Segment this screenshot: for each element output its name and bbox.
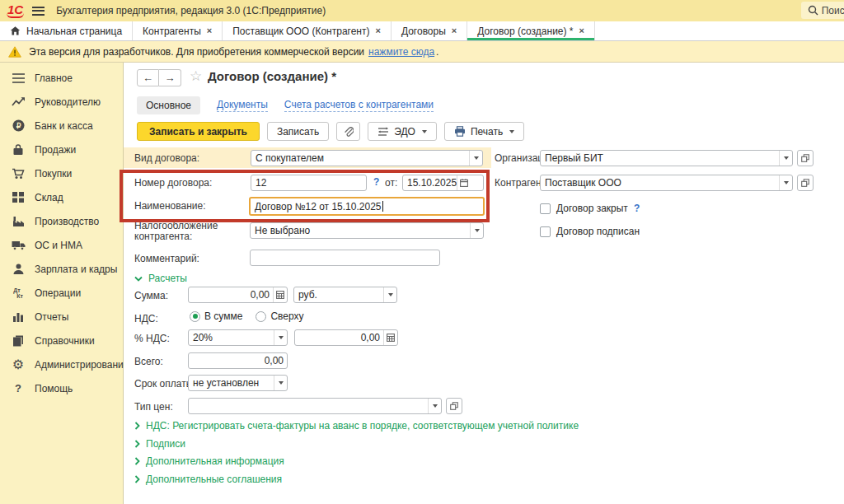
sidebar-item-label: Администрирование bbox=[35, 359, 129, 371]
dev-version-warning: Эта версия для разработчиков. Для приобр… bbox=[0, 41, 844, 63]
sidebar-item-spravochniki[interactable]: Справочники bbox=[0, 329, 123, 352]
expander-dop-informaciya[interactable]: Дополнительная информация bbox=[134, 455, 284, 467]
close-icon[interactable]: × bbox=[579, 26, 584, 35]
tab-postavshchik[interactable]: Поставщик ООО (Контрагент) × bbox=[223, 21, 392, 40]
expander-dop-soglasheniya[interactable]: Дополнительные соглашения bbox=[134, 474, 282, 485]
close-icon[interactable]: × bbox=[452, 26, 457, 35]
chevron-down-icon[interactable] bbox=[469, 151, 482, 166]
contract-number-input[interactable]: 12 bbox=[251, 175, 367, 191]
tab-dokumenty[interactable]: Документы bbox=[217, 99, 268, 112]
closed-help-icon[interactable]: ? bbox=[634, 203, 640, 214]
factory-icon bbox=[11, 216, 26, 227]
currency-select[interactable]: руб. bbox=[293, 287, 397, 303]
radio[interactable] bbox=[256, 311, 266, 322]
sidebar-item-proizvodstvo[interactable]: Производство bbox=[0, 209, 123, 233]
vat-in-sum-radio[interactable]: В сумме bbox=[190, 310, 242, 322]
warning-period: . bbox=[436, 46, 438, 58]
sidebar-item-operacii[interactable]: ДтКт Операции bbox=[0, 281, 123, 305]
sidebar-item-bank-i-kassa[interactable]: ₽ Банк и касса bbox=[0, 114, 123, 138]
counterparty-select[interactable]: Поставщик ООО bbox=[540, 175, 793, 191]
tab-scheta-raschetov[interactable]: Счета расчетов с контрагентами bbox=[284, 99, 434, 112]
sidebar-item-prodazhi[interactable]: Продажи bbox=[0, 138, 123, 161]
global-search[interactable]: Поиск bbox=[801, 2, 844, 19]
chevron-down-icon[interactable] bbox=[428, 399, 441, 413]
sidebar-item-rukovoditelyu[interactable]: Руководителю bbox=[0, 90, 123, 114]
chevron-right-icon bbox=[134, 422, 140, 430]
contract-signed-checkbox[interactable]: Договор подписан bbox=[540, 226, 640, 237]
back-button[interactable]: ← bbox=[137, 69, 159, 86]
kind-label: Вид договора: bbox=[134, 152, 199, 164]
sidebar-item-pomoshch[interactable]: ? Помощь bbox=[0, 376, 123, 400]
sum-input[interactable]: 0,00 bbox=[188, 287, 288, 303]
vat-radio-group: В сумме Сверху bbox=[190, 310, 304, 322]
radio-selected[interactable] bbox=[190, 311, 200, 322]
chevron-down-icon[interactable] bbox=[274, 330, 287, 345]
calendar-icon[interactable] bbox=[457, 175, 471, 190]
tax-label-line1: Налогообложение bbox=[134, 220, 218, 231]
hamburger-menu-icon[interactable] bbox=[32, 7, 45, 16]
sidebar-item-os-i-nma[interactable]: ОС и НМА bbox=[0, 233, 123, 257]
checkbox[interactable] bbox=[540, 226, 551, 237]
grid-icon bbox=[11, 192, 26, 203]
chevron-down-icon[interactable] bbox=[470, 223, 483, 238]
save-and-close-button[interactable]: Записать и закрыть bbox=[137, 122, 260, 141]
tab-home[interactable]: Начальная страница bbox=[0, 21, 133, 40]
counterparty-open-button[interactable] bbox=[797, 175, 814, 191]
tax-select[interactable]: Не выбрано bbox=[250, 222, 484, 239]
attachment-button[interactable] bbox=[336, 122, 360, 141]
sidebar-item-label: Производство bbox=[35, 216, 99, 227]
tab-label: Начальная страница bbox=[26, 26, 122, 37]
sidebar-item-otchety[interactable]: Отчеты bbox=[0, 305, 123, 329]
dt-kt-icon: ДтКт bbox=[11, 287, 26, 299]
sidebar-item-label: Главное bbox=[35, 72, 73, 84]
forward-button[interactable]: → bbox=[159, 69, 181, 86]
price-type-open-button[interactable] bbox=[446, 398, 462, 414]
contract-date-input[interactable]: 15.10.2025 bbox=[402, 175, 484, 191]
favorite-star-icon[interactable]: ☆ bbox=[190, 68, 202, 85]
sidebar-item-sklad[interactable]: Склад bbox=[0, 185, 123, 209]
checkbox-label: Договор закрыт bbox=[556, 203, 628, 214]
expander-vat-policy[interactable]: НДС: Регистрировать счета-фактуры на ава… bbox=[134, 420, 579, 432]
print-button[interactable]: Печать bbox=[444, 122, 524, 141]
chevron-down-icon[interactable] bbox=[779, 175, 792, 190]
sidebar-item-zarplata-i-kadry[interactable]: Зарплата и кадры bbox=[0, 257, 123, 281]
price-type-select[interactable] bbox=[188, 398, 442, 414]
buy-commercial-link[interactable]: нажмите сюда bbox=[368, 46, 434, 58]
sidebar-item-administrirovanie[interactable]: ⚙ Администрирование bbox=[0, 352, 123, 376]
form-toolbar: Записать и закрыть Записать ЭДО Печать bbox=[137, 122, 524, 141]
vat-sum-input[interactable]: 0,00 bbox=[294, 329, 398, 346]
tab-dogovory[interactable]: Договоры × bbox=[392, 21, 467, 40]
comment-input[interactable] bbox=[250, 250, 440, 266]
contract-name-input[interactable]: Договор №12 от 15.10.2025 bbox=[249, 197, 485, 216]
vat-on-top-radio[interactable]: Сверху bbox=[256, 310, 303, 322]
contract-closed-checkbox[interactable]: Договор закрыт ? bbox=[540, 203, 640, 214]
contract-kind-select[interactable]: С покупателем bbox=[251, 150, 483, 166]
due-select[interactable]: не установлен bbox=[188, 375, 288, 391]
organization-open-button[interactable] bbox=[797, 150, 814, 166]
expander-podpisi[interactable]: Подписи bbox=[134, 438, 185, 450]
tab-kontragenty[interactable]: Контрагенты × bbox=[133, 21, 223, 40]
tab-osnovnoe[interactable]: Основное bbox=[137, 96, 200, 114]
organization-select[interactable]: Первый БИТ bbox=[540, 150, 793, 166]
chevron-down-icon[interactable] bbox=[779, 151, 792, 166]
sidebar-item-glavnoe[interactable]: Главное bbox=[0, 66, 123, 90]
chevron-right-icon bbox=[134, 475, 140, 483]
calculator-icon[interactable] bbox=[383, 330, 397, 345]
calculator-icon[interactable] bbox=[273, 287, 287, 302]
close-icon[interactable]: × bbox=[375, 26, 380, 35]
chevron-right-icon bbox=[134, 440, 140, 448]
tab-dogovor-sozdanie[interactable]: Договор (создание) * × bbox=[467, 21, 595, 40]
menu-lines-icon bbox=[11, 73, 26, 83]
chevron-down-icon[interactable] bbox=[383, 287, 396, 302]
checkbox[interactable] bbox=[540, 203, 551, 214]
chevron-down-icon[interactable] bbox=[274, 376, 287, 390]
save-button[interactable]: Записать bbox=[267, 122, 329, 141]
number-help-icon[interactable]: ? bbox=[373, 176, 379, 188]
calc-section-toggle[interactable]: Расчеты bbox=[134, 273, 187, 284]
vat-rate-select[interactable]: 20% bbox=[188, 329, 288, 346]
close-icon[interactable]: × bbox=[207, 26, 212, 35]
edo-button[interactable]: ЭДО bbox=[368, 122, 437, 141]
sidebar-item-pokupki[interactable]: Покупки bbox=[0, 161, 123, 185]
sidebar-item-label: Отчеты bbox=[35, 311, 68, 323]
chevron-down-icon bbox=[134, 276, 143, 282]
